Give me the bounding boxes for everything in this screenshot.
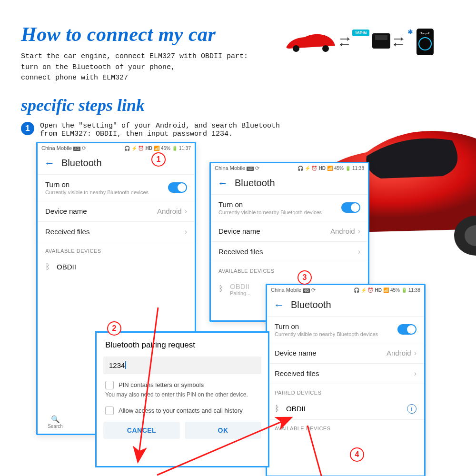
bluetooth-icon: ᛒ: [275, 404, 279, 414]
chevron-right-icon: ›: [185, 207, 187, 215]
svg-text:✱: ✱: [407, 28, 413, 36]
step-number-badge: 1: [21, 122, 34, 135]
svg-point-6: [322, 45, 329, 52]
back-icon[interactable]: ←: [218, 177, 228, 189]
paired-device-obdii[interactable]: ᛒOBDIIi: [267, 398, 424, 419]
pin-letters-checkbox[interactable]: PIN contains letters or symbols: [97, 376, 268, 391]
cancel-button[interactable]: CANCEL: [103, 422, 180, 439]
screen-title: Bluetooth: [61, 158, 102, 169]
received-files-row[interactable]: Received files›: [38, 221, 195, 242]
allow-contacts-checkbox[interactable]: Allow access to your contacts and call h…: [97, 402, 268, 417]
bluetooth-toggle[interactable]: [168, 182, 187, 193]
search-icon: 🔍: [43, 415, 67, 424]
svg-text:TorquE: TorquE: [420, 32, 429, 35]
pin-input[interactable]: 1234: [103, 357, 261, 374]
device-obdii[interactable]: ᛒOBDII: [38, 257, 195, 278]
checkbox-icon: [105, 407, 114, 415]
paired-devices-label: PAIRED DEVICES: [267, 384, 424, 398]
callout-3: 3: [298, 270, 312, 285]
svg-rect-10: [375, 35, 387, 40]
callout-1: 1: [151, 152, 166, 167]
search-button[interactable]: 🔍Search: [43, 415, 67, 429]
bluetooth-toggle[interactable]: [397, 324, 416, 335]
bluetooth-icon: ᛒ: [45, 262, 50, 272]
back-icon[interactable]: ←: [44, 157, 55, 169]
ok-button[interactable]: OK: [185, 422, 261, 439]
svg-text:16PIN: 16PIN: [355, 30, 367, 35]
pairing-dialog: Bluetooth pairing request 1234 PIN conta…: [95, 331, 269, 467]
connection-diagram: 16PIN ✱ TorquE: [286, 28, 457, 56]
checkbox-icon: [105, 381, 114, 389]
carrier-label: China Mobile: [41, 145, 72, 151]
toggle-row[interactable]: Turn onCurrently visible to nearby Bluet…: [38, 174, 195, 201]
info-icon[interactable]: i: [407, 404, 416, 414]
dialog-title: Bluetooth pairing request: [97, 333, 268, 355]
step-1-text: Open the "setting" of your Android, and …: [40, 122, 280, 138]
callout-4: 4: [350, 447, 364, 462]
available-devices-label: AVAILABLE DEVICES: [38, 242, 195, 257]
back-icon[interactable]: ←: [274, 299, 284, 311]
screenshot-paired: China Mobile 4G ⟳ 🎧 ⚡ ⏰ HD 📶 45% 🔋 11:38…: [266, 284, 426, 476]
callout-2: 2: [107, 321, 121, 336]
dialog-note: You may also need to enter this PIN on t…: [97, 391, 268, 402]
bluetooth-toggle[interactable]: [341, 202, 360, 213]
intro-text: Start the car engine, connect ELM327 wit…: [21, 51, 476, 84]
chevron-right-icon: ›: [185, 228, 187, 236]
bluetooth-icon: ᛒ: [218, 284, 223, 294]
device-name-row[interactable]: Device nameAndroid›: [38, 201, 195, 221]
svg-point-5: [293, 45, 299, 52]
